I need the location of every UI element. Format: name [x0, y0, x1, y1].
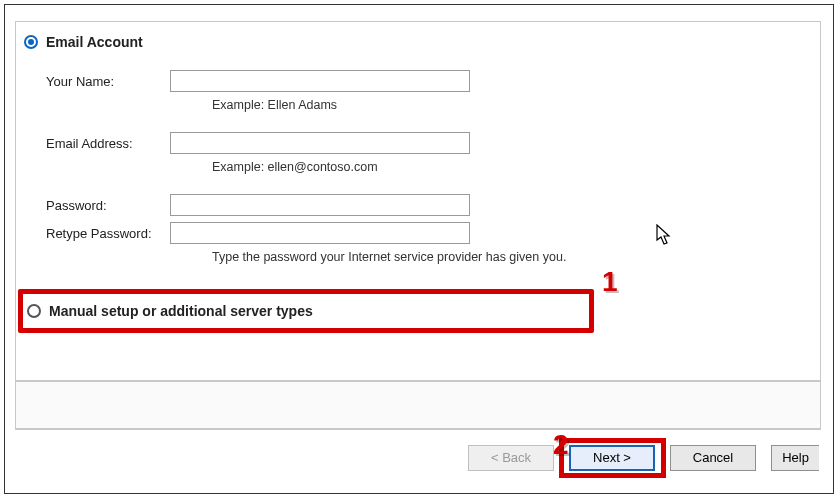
annotation-1: 1 [602, 266, 618, 298]
radio-icon [24, 35, 38, 49]
email-hint: Example: ellen@contoso.com [212, 160, 820, 174]
your-name-input[interactable] [170, 70, 470, 92]
form-fields: Your Name: Example: Ellen Adams Email Ad… [16, 50, 820, 264]
email-row: Email Address: [46, 132, 820, 154]
retype-password-row: Retype Password: [46, 222, 820, 244]
annotation-2: 2 [553, 429, 569, 461]
cancel-button[interactable]: Cancel [670, 445, 756, 471]
your-name-label: Your Name: [46, 74, 170, 89]
password-row: Password: [46, 194, 820, 216]
retype-password-input[interactable] [170, 222, 470, 244]
annotation-box-2 [559, 438, 666, 478]
wizard-buttons: < Back Next > Cancel Help [15, 429, 821, 485]
spacer-panel [15, 381, 821, 429]
email-account-radio-label: Email Account [46, 34, 143, 50]
email-label: Email Address: [46, 136, 170, 151]
back-button: < Back [468, 445, 554, 471]
dialog-frame: Email Account Your Name: Example: Ellen … [4, 4, 834, 494]
email-input[interactable] [170, 132, 470, 154]
wizard-button-region: < Back Next > Cancel Help [15, 381, 821, 486]
radio-icon [27, 304, 41, 318]
manual-setup-radio-label: Manual setup or additional server types [49, 303, 313, 319]
your-name-row: Your Name: [46, 70, 820, 92]
manual-setup-radio-row[interactable]: Manual setup or additional server types [18, 289, 594, 333]
retype-hint: Type the password your Internet service … [212, 250, 820, 264]
account-setup-panel: Email Account Your Name: Example: Ellen … [15, 21, 821, 381]
password-input[interactable] [170, 194, 470, 216]
retype-password-label: Retype Password: [46, 226, 170, 241]
password-label: Password: [46, 198, 170, 213]
your-name-hint: Example: Ellen Adams [212, 98, 820, 112]
help-button[interactable]: Help [771, 445, 819, 471]
email-account-radio-row[interactable]: Email Account [16, 22, 820, 50]
